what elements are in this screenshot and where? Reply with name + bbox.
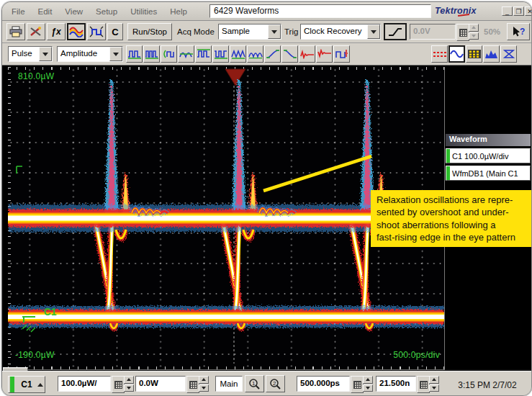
meas-category-select[interactable]: Pulse [8,46,53,62]
menu-edit[interactable]: Edit [38,7,53,16]
trig-source-select[interactable]: Clock Recovery [300,24,381,40]
trig-dropdown-button[interactable] [367,24,380,39]
meas-frequency-button[interactable] [247,45,263,63]
up-arrow-icon [127,378,131,381]
meas-type-dropdown-button[interactable] [109,47,122,61]
meas-neg-width-button[interactable] [212,45,229,63]
mag2-button[interactable]: 2 [266,375,285,392]
close-button[interactable]: ✕ [525,6,532,16]
acq-mode-dropdown-button[interactable] [268,24,281,39]
zoom-pulse-button[interactable] [87,23,106,40]
keypad-icon [189,381,197,389]
waveform-button[interactable] [67,23,86,40]
spin-up-button[interactable] [469,24,479,32]
spin-up-button[interactable] [363,376,373,384]
vertical-offset-field[interactable]: 0.0W [135,376,186,392]
vertical-scale-spinner[interactable] [124,376,134,392]
meas-category-dropdown-button[interactable] [39,47,52,61]
meas-setup-button[interactable] [333,45,350,63]
trig-level-keypad-button[interactable] [456,24,469,41]
rising-slope-icon [387,26,403,37]
horizontal-scale-spinner[interactable] [363,376,373,392]
horizontal-position-field[interactable]: 21.500n [376,376,416,392]
histogram-button[interactable] [483,45,500,63]
keypad-icon [114,381,122,389]
spin-up-button[interactable] [124,376,134,384]
waveform-count-readout: 6429 Waveforms [209,4,431,18]
trig-level-field[interactable]: 0.0V [410,24,456,40]
meas-pos-width-button[interactable] [195,45,212,63]
meas-top-line-pulse-icon [197,49,211,59]
meas-low-button[interactable] [143,45,160,63]
menu-setup[interactable]: Setup [96,7,117,16]
spin-up-button[interactable] [199,376,209,384]
meas-type-value: Amplitude [58,47,109,61]
meas-period-button[interactable] [230,45,246,63]
top-scale-label: 810.0µW [18,71,54,81]
chevron-down-icon [113,53,119,56]
trigger-marker-icon[interactable] [225,69,245,86]
tools-button[interactable] [27,23,45,40]
waveform-palette: Waveform C1 100.0µW/div WfmDB1 (Main C1 [446,134,531,181]
spin-down-button[interactable] [199,384,209,392]
palette-item-label: C1 100.0µW/div [452,152,508,161]
trig-level-spinner[interactable] [469,24,479,40]
spin-up-button[interactable] [429,376,439,384]
spin-down-button[interactable] [363,384,373,392]
restore-button[interactable]: ❐ [513,6,524,16]
mask-button[interactable] [500,45,517,63]
svg-text:?: ? [520,27,525,37]
minimize-button[interactable]: _ [502,6,513,16]
cursors-button[interactable] [431,45,448,63]
spin-down-button[interactable] [429,384,439,392]
zoom-pulse-icon [89,26,104,37]
menu-utilities[interactable]: Utilities [130,7,157,16]
down-arrow-icon [127,387,131,390]
grid-display-button[interactable] [466,45,482,63]
palette-item-c1[interactable]: C1 100.0µW/div [446,148,531,163]
up-arrow-icon [37,383,43,387]
mag1-button[interactable]: 1 [245,375,264,392]
horizontal-scale-keypad-button[interactable] [351,376,364,393]
vertical-scale-field[interactable]: 100.0µW/ [58,376,111,392]
trig-source-value: Clock Recovery [301,24,367,39]
vector-display-button[interactable] [448,45,465,63]
display-area: C1 810.0µW -190.0µW 500.0ps/div Waveform… [2,66,531,371]
vertical-scale-keypad-button[interactable] [112,376,125,393]
meas-amplitude-button[interactable] [178,45,194,63]
up-arrow-icon [432,378,436,381]
meas-overshoot-button[interactable] [299,45,315,63]
palette-item-label: WfmDB1 (Main C1 [452,169,518,178]
meas-high-button[interactable] [126,45,143,63]
vertical-offset-keypad-button[interactable] [186,376,199,393]
down-arrow-icon [366,387,370,390]
channel-select-button[interactable]: C1 [8,376,45,393]
measurement-toolbar: Pulse Amplitude [2,43,531,66]
clear-button[interactable]: C [107,23,123,40]
meas-fall-time-button[interactable] [281,45,298,63]
spin-down-button[interactable] [124,384,134,392]
meas-type-select[interactable]: Amplitude [57,46,123,62]
vertical-offset-spinner[interactable] [199,376,209,392]
trig-slope-button[interactable] [384,23,407,40]
acq-mode-select[interactable]: Sample [218,24,281,40]
set-level-50-button[interactable]: 50% [484,27,500,36]
horizontal-position-spinner[interactable] [429,376,439,392]
print-button[interactable] [6,23,25,40]
timebase-mode-button[interactable]: Main [215,376,243,392]
palette-item-wfmdb1[interactable]: WfmDB1 (Main C1 [446,166,531,181]
main-toolbar: ƒx C Run/Stop Acq Mode Sample Trig [2,21,531,43]
horizontal-position-keypad-button[interactable] [417,376,430,393]
up-arrow-icon [202,378,206,381]
horizontal-scale-field[interactable]: 500.000ps [297,376,350,392]
menu-help[interactable]: Help [170,7,187,16]
math-button[interactable]: ƒx [47,23,66,40]
meas-gated-button[interactable] [161,45,177,63]
menu-file[interactable]: File [12,7,25,16]
menu-view[interactable]: View [65,7,83,16]
context-help-button[interactable]: ? [507,23,530,40]
meas-undershoot-button[interactable] [316,45,333,63]
run-stop-button[interactable]: Run/Stop [127,23,172,40]
meas-rise-time-button[interactable] [264,45,281,63]
spin-down-button[interactable] [469,32,479,40]
